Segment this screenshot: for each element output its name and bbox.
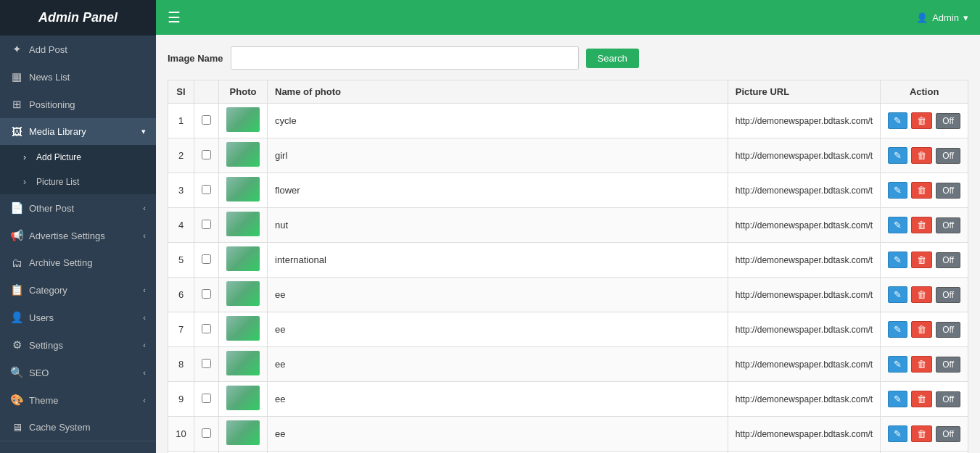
admin-arrow-icon: ▾ xyxy=(963,12,968,23)
edit-button[interactable]: ✎ xyxy=(888,182,907,199)
sidebar-item-news-list[interactable]: ▦ News List xyxy=(0,63,156,91)
cell-url: http://demonewspaper.bdtask.com/t xyxy=(728,312,880,347)
photo-thumb xyxy=(226,107,260,132)
action-buttons: ✎ 🗑 Off xyxy=(888,217,960,233)
toggle-off-button[interactable]: Off xyxy=(936,322,960,338)
sidebar-item-seo[interactable]: 🔍 SEO ‹ xyxy=(0,359,156,386)
sidebar-item-advertise-settings[interactable]: 📢 Advertise Settings ‹ xyxy=(0,222,156,249)
theme-icon: 🎨 xyxy=(10,394,23,407)
cell-sl: 2 xyxy=(168,138,194,173)
delete-button[interactable]: 🗑 xyxy=(911,252,932,268)
cell-check[interactable] xyxy=(194,208,219,243)
sidebar-item-theme[interactable]: 🎨 Theme ‹ xyxy=(0,386,156,414)
sidebar: Admin Panel ✦ Add Post ▦ News List ⊞ Pos… xyxy=(0,0,156,453)
cell-sl: 3 xyxy=(168,173,194,208)
sidebar-item-label: Users xyxy=(29,312,54,323)
sidebar-title: Admin Panel xyxy=(38,10,118,25)
action-buttons: ✎ 🗑 Off xyxy=(888,356,960,373)
sidebar-item-category[interactable]: 📋 Category ‹ xyxy=(0,276,156,304)
edit-button[interactable]: ✎ xyxy=(888,252,907,268)
toggle-off-button[interactable]: Off xyxy=(936,426,960,442)
seo-arrow: ‹ xyxy=(143,368,146,377)
cell-check[interactable] xyxy=(194,382,219,417)
edit-button[interactable]: ✎ xyxy=(888,425,907,442)
cell-check[interactable] xyxy=(194,243,219,278)
settings-arrow: ‹ xyxy=(143,341,146,349)
cell-photo xyxy=(219,347,268,382)
cell-check[interactable] xyxy=(194,347,219,382)
thumb-inner xyxy=(226,316,260,341)
photo-thumb xyxy=(226,177,260,201)
cell-check[interactable] xyxy=(194,278,219,312)
sidebar-item-add-post[interactable]: ✦ Add Post xyxy=(0,36,156,63)
cell-url: http://demonewspaper.bdtask.com/t xyxy=(728,278,880,312)
toggle-off-button[interactable]: Off xyxy=(936,183,960,199)
cache-icon: 🖥 xyxy=(10,421,23,433)
delete-button[interactable]: 🗑 xyxy=(911,321,932,338)
sidebar-item-media-library[interactable]: 🖼 Media Library ▾ xyxy=(0,118,156,145)
sidebar-item-settings[interactable]: ⚙ Settings ‹ xyxy=(0,331,156,359)
table-row: 1 cycle http://demonewspaper.bdtask.com/… xyxy=(168,104,968,138)
cell-photo xyxy=(219,278,268,312)
edit-button[interactable]: ✎ xyxy=(888,112,907,129)
cell-check[interactable] xyxy=(194,104,219,138)
delete-button[interactable]: 🗑 xyxy=(911,217,932,233)
delete-button[interactable]: 🗑 xyxy=(911,112,932,129)
edit-button[interactable]: ✎ xyxy=(888,217,907,233)
search-button[interactable]: Search xyxy=(586,49,639,68)
toggle-off-button[interactable]: Off xyxy=(936,252,960,268)
users-icon: 👤 xyxy=(10,311,23,324)
table-row: 10 ee http://demonewspaper.bdtask.com/t … xyxy=(168,417,968,452)
cell-name: flower xyxy=(268,173,728,208)
admin-menu-button[interactable]: 👤 Admin ▾ xyxy=(916,12,968,23)
action-buttons: ✎ 🗑 Off xyxy=(888,252,960,268)
picture-table: Sl Photo Name of photo Picture URL Actio… xyxy=(168,80,968,453)
users-arrow: ‹ xyxy=(143,313,146,322)
cell-check[interactable] xyxy=(194,138,219,173)
sidebar-item-add-picture[interactable]: Add Picture xyxy=(0,145,156,170)
toggle-off-button[interactable]: Off xyxy=(936,148,960,164)
admin-label: Admin xyxy=(932,12,959,23)
sidebar-item-archive-setting[interactable]: 🗂 Archive Setting xyxy=(0,249,156,276)
sidebar-item-users[interactable]: 👤 Users ‹ xyxy=(0,304,156,331)
delete-button[interactable]: 🗑 xyxy=(911,391,932,407)
table-row: 4 nut http://demonewspaper.bdtask.com/t … xyxy=(168,208,968,243)
delete-button[interactable]: 🗑 xyxy=(911,182,932,199)
edit-button[interactable]: ✎ xyxy=(888,356,907,373)
edit-button[interactable]: ✎ xyxy=(888,391,907,407)
cell-check[interactable] xyxy=(194,312,219,347)
cell-action: ✎ 🗑 Off xyxy=(881,208,968,243)
delete-button[interactable]: 🗑 xyxy=(911,356,932,373)
other-post-icon: 📄 xyxy=(10,201,23,215)
edit-button[interactable]: ✎ xyxy=(888,321,907,338)
settings-icon: ⚙ xyxy=(10,338,23,352)
toggle-off-button[interactable]: Off xyxy=(936,287,960,303)
sidebar-item-positioning[interactable]: ⊞ Positioning xyxy=(0,91,156,118)
cell-photo xyxy=(219,417,268,452)
sidebar-item-picture-list[interactable]: Picture List xyxy=(0,170,156,194)
search-input[interactable] xyxy=(231,46,579,70)
toggle-off-button[interactable]: Off xyxy=(936,391,960,407)
sidebar-item-cache-system[interactable]: 🖥 Cache System xyxy=(0,414,156,441)
delete-button[interactable]: 🗑 xyxy=(911,147,932,164)
sidebar-item-other-post[interactable]: 📄 Other Post ‹ xyxy=(0,194,156,222)
table-row: 2 girl http://demonewspaper.bdtask.com/t… xyxy=(168,138,968,173)
add-post-icon: ✦ xyxy=(10,43,23,56)
edit-button[interactable]: ✎ xyxy=(888,147,907,164)
edit-button[interactable]: ✎ xyxy=(888,286,907,303)
thumb-inner xyxy=(226,281,260,306)
col-header-photo: Photo xyxy=(219,80,268,104)
toggle-off-button[interactable]: Off xyxy=(936,357,960,373)
toggle-off-button[interactable]: Off xyxy=(936,217,960,233)
cell-check[interactable] xyxy=(194,417,219,452)
thumb-inner xyxy=(226,246,260,271)
cell-check[interactable] xyxy=(194,173,219,208)
add-picture-label: Add Picture xyxy=(36,152,81,162)
hamburger-icon[interactable]: ☰ xyxy=(168,9,181,26)
delete-button[interactable]: 🗑 xyxy=(911,286,932,303)
sidebar-item-label: Theme xyxy=(29,395,58,406)
seo-icon: 🔍 xyxy=(10,366,23,379)
toggle-off-button[interactable]: Off xyxy=(936,113,960,129)
col-header-sl: Sl xyxy=(168,80,194,104)
delete-button[interactable]: 🗑 xyxy=(911,425,932,442)
